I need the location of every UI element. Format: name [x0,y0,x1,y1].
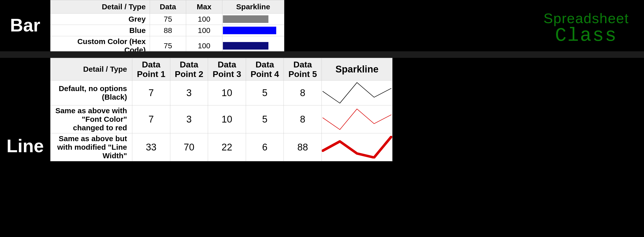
line-cell-dp5: 8 [284,81,322,105]
line-header-dp3: DataPoint 3 [208,58,246,81]
bar-sparkline-fill [223,42,268,50]
logo-line1: Spreadsheet [543,10,629,26]
line-cell-dp1: 33 [132,133,170,161]
line-cell-spark [321,105,392,133]
bar-header-data: Data [150,0,186,14]
bar-cell-max: 100 [186,14,222,25]
line-cell-detail: Default, no options (Black) [51,81,132,105]
bar-sparkline [223,27,284,34]
line-sparkline [322,82,392,104]
bar-cell-max: 100 [186,25,222,36]
section-label-line: Line [0,58,50,234]
section-divider [0,51,644,58]
line-cell-dp3: 10 [208,105,246,133]
line-cell-dp2: 70 [170,133,208,161]
bar-sparkline [223,42,284,50]
line-table-header-row: Detail / Type DataPoint 1 DataPoint 2 Da… [51,58,392,81]
line-header-dp1: DataPoint 1 [132,58,170,81]
bar-cell-spark [222,14,284,25]
line-table-row: Default, no options (Black)731058 [51,81,392,105]
line-header-spark: Sparkline [321,58,392,81]
line-table-row: Same as above with "Font Color" changed … [51,105,392,133]
line-table: Detail / Type DataPoint 1 DataPoint 2 Da… [50,58,392,161]
bar-header-detail: Detail / Type [51,0,150,14]
line-cell-dp3: 22 [208,133,246,161]
line-cell-dp1: 7 [132,81,170,105]
bar-sparkline [223,15,284,23]
line-sparkline [322,136,392,159]
bar-sparkline-fill [223,27,276,34]
line-header-detail: Detail / Type [51,58,132,81]
line-cell-detail: Same as above with "Font Color" changed … [51,105,132,133]
page-root: { "logo": { "line1": "Spreadsheet", "lin… [0,0,644,237]
line-cell-spark [321,133,392,161]
line-cell-dp5: 8 [284,105,322,133]
bar-cell-spark [222,25,284,36]
logo: Spreadsheet Class [543,10,629,47]
line-header-dp4: DataPoint 4 [246,58,284,81]
section-label-bar: Bar [0,0,50,50]
line-cell-dp1: 7 [132,105,170,133]
line-table-row: Same as above but with modified "Line Wi… [51,133,392,161]
line-header-dp5: DataPoint 5 [284,58,322,81]
line-cell-dp4: 6 [246,133,284,161]
logo-line2: Class [543,25,629,47]
line-cell-dp2: 3 [170,81,208,105]
line-cell-dp4: 5 [246,81,284,105]
line-cell-dp3: 10 [208,81,246,105]
line-header-dp2: DataPoint 2 [170,58,208,81]
bar-table-row: Blue88100 [51,25,284,36]
bar-table-header-row: Detail / Type Data Max Sparkline [51,0,284,14]
bar-header-spark: Sparkline [222,0,284,14]
line-cell-dp4: 5 [246,105,284,133]
line-cell-spark [321,81,392,105]
line-cell-detail: Same as above but with modified "Line Wi… [51,133,132,161]
bar-table-row: Grey75100 [51,14,284,25]
bar-cell-data: 88 [150,25,186,36]
bar-sparkline-fill [223,15,268,23]
bar-header-max: Max [186,0,222,14]
line-cell-dp2: 3 [170,105,208,133]
line-sparkline [322,108,392,131]
bar-cell-data: 75 [150,14,186,25]
line-cell-dp5: 88 [284,133,322,161]
bar-cell-detail: Blue [51,25,150,36]
bar-cell-detail: Grey [51,14,150,25]
